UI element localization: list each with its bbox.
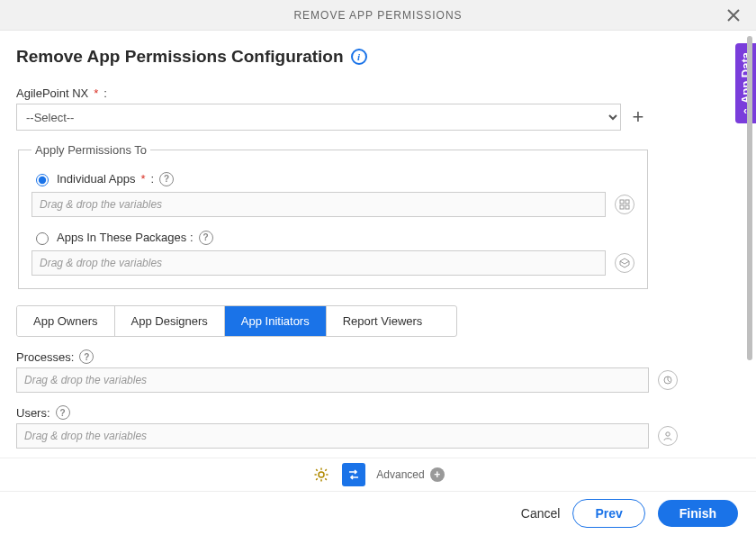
agilepoint-label: AgilePoint NX — [16, 86, 88, 100]
process-icon — [662, 375, 673, 385]
packages-radio[interactable] — [36, 232, 49, 245]
variable-picker-icon[interactable] — [658, 370, 678, 390]
expand-plus-icon: + — [430, 467, 445, 482]
settings-button[interactable] — [311, 465, 331, 485]
tab-app-owners[interactable]: App Owners — [17, 306, 115, 336]
agilepoint-label-row: AgilePoint NX*: — [16, 86, 740, 100]
advanced-toggle[interactable]: Advanced + — [376, 467, 444, 482]
processes-label-row: Processes: ? — [16, 349, 740, 364]
modal-title: REMOVE APP PERMISSIONS — [293, 9, 462, 22]
footer-actions: Cancel Prev Finish — [0, 492, 756, 535]
add-connection-button[interactable]: + — [630, 105, 646, 129]
package-icon — [619, 258, 630, 268]
cancel-button[interactable]: Cancel — [521, 506, 561, 521]
individual-apps-label: Individual Apps — [57, 172, 135, 186]
users-drop-row: Drag & drop the variables — [16, 423, 678, 449]
agilepoint-select-row: --Select-- + — [16, 104, 646, 131]
help-icon[interactable]: ? — [56, 405, 70, 420]
packages-drop-row: Drag & drop the variables — [32, 250, 634, 276]
individual-apps-placeholder: Drag & drop the variables — [40, 198, 162, 211]
packages-placeholder: Drag & drop the variables — [40, 257, 162, 269]
packages-row: Apps In These Packages : ? — [32, 230, 634, 245]
help-icon[interactable]: ? — [159, 172, 174, 186]
label-colon: : — [104, 86, 107, 100]
svg-rect-1 — [626, 200, 629, 204]
packages-label: Apps In These Packages : — [57, 231, 194, 244]
modal-header: REMOVE APP PERMISSIONS — [0, 0, 756, 31]
users-label: Users: — [16, 406, 50, 420]
tab-report-viewers[interactable]: Report Viewers — [327, 306, 439, 336]
individual-apps-input[interactable]: Drag & drop the variables — [32, 192, 606, 217]
apps-icon — [619, 199, 630, 210]
toolbar-strip: Advanced + — [0, 458, 756, 492]
svg-rect-3 — [626, 205, 629, 209]
map-variables-button[interactable] — [342, 463, 365, 486]
processes-placeholder: Drag & drop the variables — [24, 374, 147, 386]
prev-button[interactable]: Prev — [572, 499, 644, 528]
gear-icon — [313, 467, 329, 483]
page-title-row: Remove App Permissions Configuration i — [16, 47, 740, 67]
close-icon — [727, 9, 740, 22]
processes-label: Processes: — [16, 350, 74, 364]
required-asterisk: * — [140, 172, 145, 186]
variable-picker-icon[interactable] — [658, 426, 678, 446]
individual-apps-drop-row: Drag & drop the variables — [32, 192, 634, 217]
individual-apps-radio[interactable] — [36, 174, 49, 186]
user-icon — [662, 431, 673, 441]
help-icon[interactable]: ? — [79, 349, 94, 364]
role-tabs: App Owners App Designers App Initiators … — [16, 305, 457, 337]
permissions-fieldset: Apply Permissions To Individual Apps* : … — [18, 143, 648, 289]
page-title: Remove App Permissions Configuration — [16, 47, 344, 67]
variable-picker-icon[interactable] — [615, 253, 634, 273]
swap-icon — [346, 467, 361, 482]
scrollbar-track[interactable] — [745, 36, 754, 454]
advanced-label: Advanced — [376, 468, 424, 481]
processes-input[interactable]: Drag & drop the variables — [16, 367, 649, 393]
svg-rect-2 — [620, 205, 624, 209]
finish-button[interactable]: Finish — [658, 500, 738, 527]
processes-drop-row: Drag & drop the variables — [16, 367, 678, 393]
svg-point-5 — [666, 432, 670, 436]
tab-app-initiators[interactable]: App Initiators — [225, 306, 327, 336]
close-button[interactable] — [718, 0, 749, 31]
info-icon[interactable]: i — [351, 49, 367, 65]
required-asterisk: * — [94, 86, 98, 100]
help-icon[interactable]: ? — [199, 231, 213, 245]
variable-picker-icon[interactable] — [615, 195, 634, 214]
content-area: Remove App Permissions Configuration i A… — [0, 31, 756, 449]
users-placeholder: Drag & drop the variables — [24, 430, 147, 442]
packages-input[interactable]: Drag & drop the variables — [32, 250, 606, 276]
label-colon: : — [151, 172, 155, 186]
svg-rect-0 — [620, 200, 624, 204]
users-label-row: Users: ? — [16, 405, 740, 420]
agilepoint-select[interactable]: --Select-- — [16, 104, 621, 131]
tab-app-designers[interactable]: App Designers — [115, 306, 225, 336]
scrollbar-thumb[interactable] — [747, 36, 752, 360]
permissions-legend: Apply Permissions To — [32, 143, 150, 157]
users-input[interactable]: Drag & drop the variables — [16, 423, 649, 449]
individual-apps-row: Individual Apps* : ? — [32, 171, 634, 186]
